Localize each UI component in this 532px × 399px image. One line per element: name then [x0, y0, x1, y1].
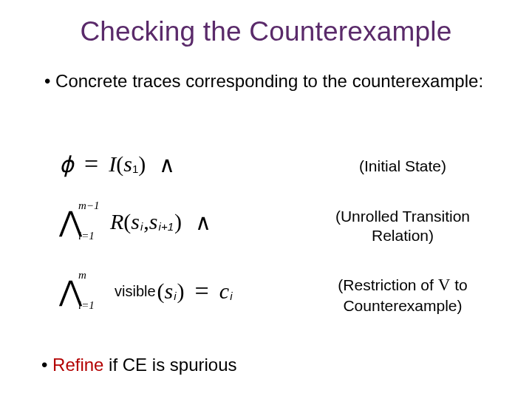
subscript-i: i — [140, 220, 143, 233]
equals-sign: = — [195, 277, 209, 305]
close-paren: ) — [174, 209, 182, 234]
visible-function: visible — [115, 283, 156, 300]
label-initial-state: (Initial State) — [314, 157, 491, 176]
subscript-i: i — [230, 290, 232, 302]
comma: , — [143, 209, 149, 234]
formula-restriction: ⋀ m i=1 visible(si) = ci — [59, 273, 233, 309]
bullet-rest: if CE is spurious — [103, 355, 236, 375]
close-paren: ) — [138, 151, 146, 177]
I-symbol: I — [109, 151, 116, 177]
subscript-i: i — [174, 290, 176, 302]
equals-sign: = — [84, 150, 98, 178]
bullet-concrete-traces: • Concrete traces corresponding to the c… — [44, 70, 488, 92]
script-v-symbol: V — [438, 276, 451, 294]
big-wedge-icon: ⋀ m i=1 — [59, 277, 82, 305]
bullet-text: Concrete traces corresponding to the cou… — [55, 71, 483, 91]
label-line1-post: to — [450, 276, 467, 293]
formula-initial-state: ϕ = I(s1) ∧ — [59, 146, 175, 182]
s-var: s — [149, 209, 158, 234]
bullet-marker: • — [44, 71, 55, 91]
label-restriction: (Restriction of V to Counterexample) — [314, 275, 491, 316]
subscript-i-plus-1: i+1 — [159, 220, 174, 233]
subscript: i=1 — [78, 231, 95, 242]
s-var: s — [131, 209, 140, 234]
close-paren: ) — [177, 279, 185, 304]
open-paren: ( — [157, 279, 165, 304]
wedge-symbol: ∧ — [195, 209, 211, 235]
c-var: c — [219, 279, 229, 304]
formula-transition-relation: ⋀ m−1 i=1 R(si, si+1) ∧ — [59, 204, 211, 239]
open-paren: ( — [123, 209, 131, 234]
s-var: s — [123, 151, 132, 177]
label-line1-pre: (Restriction of — [338, 276, 437, 293]
superscript: m — [78, 270, 86, 281]
wedge-symbol: ∧ — [159, 151, 175, 177]
subscript: i=1 — [78, 300, 95, 311]
big-wedge-icon: ⋀ m−1 i=1 — [59, 208, 82, 236]
label-transition-relation: (Unrolled Transition Relation) — [314, 207, 491, 246]
open-paren: ( — [116, 151, 123, 177]
superscript: m−1 — [78, 200, 99, 211]
label-line2: Relation) — [372, 227, 434, 244]
bullet-marker: • — [41, 355, 52, 375]
slide: Checking the Counterexample • Concrete t… — [0, 0, 532, 399]
label-line1: (Unrolled Transition — [335, 208, 470, 225]
label-line2: Counterexample) — [343, 297, 462, 314]
s-var: s — [165, 279, 174, 304]
R-symbol: R — [110, 209, 123, 234]
subscript-1: 1 — [132, 163, 138, 175]
slide-title: Checking the Counterexample — [0, 16, 532, 47]
refine-keyword: Refine — [52, 355, 103, 375]
bullet-refine: • Refine if CE is spurious — [41, 355, 237, 375]
phi-symbol: ϕ — [59, 151, 74, 177]
